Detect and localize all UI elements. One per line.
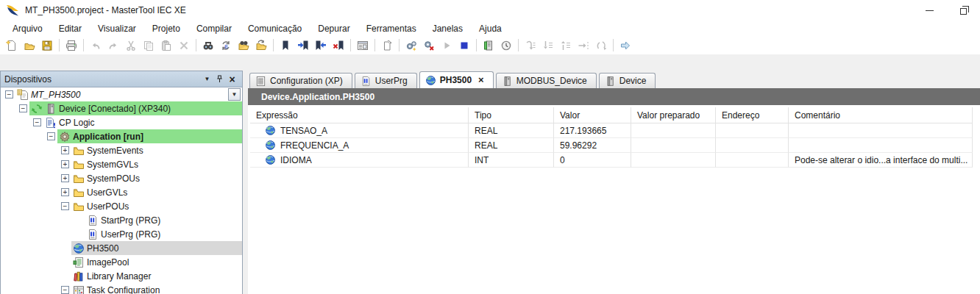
delete-icon (178, 40, 190, 51)
restore-button[interactable] (946, 0, 980, 21)
replace-icon: B (220, 40, 232, 51)
panel-close-button[interactable]: × (226, 74, 238, 85)
tree-indent (1, 101, 19, 115)
device-tree-dropdown-button[interactable]: ▼ (228, 88, 241, 101)
tab-configuration-xp[interactable]: Configuration (XP) (249, 73, 352, 88)
svg-text:B: B (224, 44, 227, 49)
tab-userprg[interactable]: UserPrg (355, 73, 417, 88)
menu-comunica-o[interactable]: Comunicação (240, 21, 310, 36)
tree-item-usergvls[interactable]: +UserGVLs (1, 185, 242, 199)
cell-expression: IDIOMA (250, 153, 469, 168)
panel-menu-button[interactable]: ▼ (201, 74, 213, 85)
tree-item-cp-logic[interactable]: −CP Logic (1, 115, 242, 129)
watch-list-button[interactable] (354, 37, 372, 54)
tree-item-userpous[interactable]: −UserPOUs (1, 199, 242, 213)
tree-item-body: UserPrg (PRG) (85, 227, 242, 241)
column-header-express-o[interactable]: Expressão (250, 107, 469, 123)
collapse-icon[interactable]: − (61, 286, 69, 294)
column-header-coment-rio[interactable]: Comentário (789, 107, 973, 123)
tree-item-ph3500[interactable]: PH3500 (1, 241, 242, 255)
collapse-icon[interactable]: − (61, 202, 69, 210)
open-project-button[interactable] (21, 37, 38, 54)
collapse-icon[interactable]: − (33, 118, 41, 126)
undo-button[interactable] (87, 37, 104, 54)
run-to-cursor-button[interactable] (575, 37, 592, 54)
expand-icon[interactable]: + (61, 146, 69, 154)
step-out-button[interactable] (557, 37, 575, 54)
column-header-valor-preparado[interactable]: Valor preparado (631, 107, 716, 123)
tree-item-library-manager[interactable]: Library Manager (1, 269, 242, 283)
tab-modbus-device[interactable]: MODBUS_Device (496, 73, 597, 88)
step-over-button[interactable] (522, 37, 539, 54)
collapse-icon[interactable]: − (47, 132, 55, 140)
menu-visualizar[interactable]: Visualizar (90, 21, 144, 36)
stop-icon (458, 40, 470, 51)
find-button[interactable] (199, 37, 217, 54)
column-header-endere-o[interactable]: Endereço (716, 107, 789, 123)
watch-row-idioma[interactable]: IDIOMAINT0Pode-se alterar o idio...a int… (250, 153, 973, 168)
print-button[interactable] (63, 37, 80, 54)
download-button[interactable] (480, 37, 497, 54)
collapse-icon[interactable]: − (19, 104, 27, 112)
clock-button[interactable] (497, 37, 515, 54)
tree-item-systempous[interactable]: +SystemPOUs (1, 171, 242, 185)
menu-depurar[interactable]: Depurar (310, 21, 358, 36)
window-controls (912, 0, 980, 21)
tree-item-application-run[interactable]: −Application [run] (1, 129, 242, 143)
redo-button[interactable] (104, 37, 122, 54)
tab-ph3500[interactable]: PH3500× (419, 71, 494, 88)
menu-arquivo[interactable]: Arquivo (4, 21, 51, 36)
tree-item-mt-ph3500[interactable]: −MT_PH3500▼ (1, 87, 242, 101)
tree-item-systemgvls[interactable]: +SystemGVLs (1, 157, 242, 171)
tree-item-device-conectado-xp340[interactable]: −Device [Conectado] (XP340) (1, 101, 242, 115)
tree-item-systemevents[interactable]: +SystemEvents (1, 143, 242, 157)
menu-editar[interactable]: Editar (51, 21, 90, 36)
tab-device[interactable]: Device (599, 73, 656, 88)
replace-button[interactable]: B (217, 37, 235, 54)
step-into-button[interactable] (539, 37, 557, 54)
close-tab-button[interactable]: × (478, 76, 484, 84)
watch-row-tensao-a[interactable]: TENSAO_AREAL217.193665 (250, 123, 973, 138)
paste-button[interactable] (157, 37, 175, 54)
save-button[interactable] (38, 37, 56, 54)
menu-ferramentas[interactable]: Ferramentas (358, 21, 425, 36)
new-object-button[interactable] (378, 37, 396, 54)
logout-icon (423, 40, 435, 51)
bookmark-button[interactable] (277, 37, 294, 54)
menu-ajuda[interactable]: Ajuda (471, 21, 510, 36)
expand-icon[interactable]: + (61, 160, 69, 168)
watch-row-frequencia-a[interactable]: FREQUENCIA_AREAL59.96292 (250, 138, 973, 153)
panel-pin-button[interactable] (213, 74, 226, 85)
new-file-button[interactable] (3, 37, 21, 54)
menu-compilar[interactable]: Compilar (188, 21, 240, 36)
collapse-icon[interactable]: − (5, 90, 13, 98)
column-header-tipo[interactable]: Tipo (469, 107, 554, 123)
previous-bookmark-button[interactable] (312, 37, 330, 54)
menu-projeto[interactable]: Projeto (144, 21, 188, 36)
clear-bookmarks-button[interactable] (330, 37, 347, 54)
cut-button[interactable] (122, 37, 140, 54)
copy-button[interactable] (140, 37, 157, 54)
continue-button[interactable] (617, 37, 634, 54)
next-bookmark-button[interactable] (294, 37, 312, 54)
tree-item-startprg-prg[interactable]: StartPrg (PRG) (1, 213, 242, 227)
delete-button[interactable] (175, 37, 193, 54)
print-icon (65, 40, 77, 51)
logout-button[interactable] (420, 37, 438, 54)
tree-item-task-configuration[interactable]: −Task Configuration (1, 283, 242, 294)
reset-button[interactable] (592, 37, 610, 54)
menu-janelas[interactable]: Janelas (425, 21, 471, 36)
replace-in-files-button[interactable] (252, 37, 270, 54)
new-file-icon (6, 40, 18, 51)
run-button[interactable] (438, 37, 455, 54)
login-button[interactable] (402, 37, 420, 54)
column-header-valor[interactable]: Valor (554, 107, 631, 123)
tree-indent (1, 269, 61, 283)
stop-button[interactable] (455, 37, 473, 54)
tree-item-imagepool[interactable]: ImagePool (1, 255, 242, 269)
expand-icon[interactable]: + (61, 174, 69, 182)
tree-item-userprg-prg[interactable]: UserPrg (PRG) (1, 227, 242, 241)
expand-icon[interactable]: + (61, 188, 69, 196)
find-in-files-button[interactable] (235, 37, 252, 54)
minimize-button[interactable] (912, 0, 946, 21)
